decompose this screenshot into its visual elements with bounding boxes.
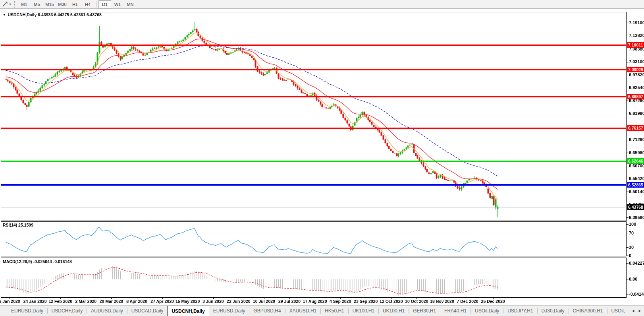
timeframe-button-H1[interactable]: H1 bbox=[69, 0, 81, 8]
chart-window: ▼USDCNH,Daily 6.43933 6.44275 6.42361 6.… bbox=[0, 9, 644, 305]
date-label: 20 Mar 2020 bbox=[100, 299, 123, 304]
rsi-scale-label: 100 bbox=[629, 222, 636, 227]
date-label: 18 Nov 2020 bbox=[430, 299, 454, 304]
tab-HK50-H1[interactable]: HK50,H1 bbox=[321, 306, 348, 316]
date-label: 17 Aug 2020 bbox=[303, 299, 327, 304]
price-tick-label: 6.71260 bbox=[629, 137, 644, 142]
macd-indicator-label: MACD(12,26,9) -0.025044 -0.016148 bbox=[3, 259, 72, 264]
date-label: 30 Oct 2020 bbox=[405, 299, 428, 304]
timeframe-button-M5[interactable]: M5 bbox=[31, 0, 43, 8]
tab-CHINA300-H1[interactable]: CHINA300,H1 bbox=[569, 306, 607, 316]
chevron-down-icon[interactable]: ▼ bbox=[9, 3, 12, 6]
chart-title: ▼USDCNH,Daily 6.43933 6.44275 6.42361 6.… bbox=[3, 12, 102, 17]
timeframe-button-H4[interactable]: H4 bbox=[81, 0, 94, 8]
date-label: 22 Jun 2020 bbox=[227, 299, 251, 304]
chart-title-text: USDCNH,Daily 6.43933 6.44275 6.42361 6.4… bbox=[8, 12, 101, 17]
tab-UK100-H1[interactable]: UK100,H1 bbox=[349, 306, 378, 316]
price-tick-label: 6.39580 bbox=[629, 215, 644, 220]
timeframe-button-D1[interactable]: D1 bbox=[98, 0, 111, 8]
tab-UK100-H1[interactable]: UK100,H1 bbox=[379, 306, 409, 316]
price-tick-label: 6.55420 bbox=[629, 176, 644, 181]
toolbar-separator bbox=[96, 1, 96, 8]
date-label: 24 Jan 2020 bbox=[23, 299, 47, 304]
tab-FRA40-H1[interactable]: FRA40,H1 bbox=[440, 306, 470, 316]
tab-EURUSD-Daily[interactable]: EURUSD,Daily bbox=[7, 306, 47, 316]
date-label: 3 Jun 2020 bbox=[202, 299, 224, 304]
tab-scroll-right-icon[interactable]: ► bbox=[638, 309, 642, 313]
price-level-badge: 6.76157 bbox=[627, 125, 644, 131]
chart-tabs: EURUSD,DailyUSDCHF,DailyAUDUSD,DailyUSDC… bbox=[0, 306, 629, 316]
toolbar-grip[interactable] bbox=[14, 1, 15, 8]
price-level-badge: 6.88897 bbox=[627, 94, 644, 99]
tab-AUDUSD-Daily[interactable]: AUDUSD,Daily bbox=[87, 306, 127, 316]
price-tick-label: 7.13820 bbox=[629, 33, 644, 38]
date-label: 10 Jul 2020 bbox=[253, 299, 275, 304]
current-price-badge: 6.43768 bbox=[627, 204, 644, 210]
price-level-badge: 6.52865 bbox=[627, 182, 644, 188]
timeframe-button-M15[interactable]: M15 bbox=[43, 0, 56, 8]
tab-GER30-H1[interactable]: GER30,H1 bbox=[409, 306, 440, 316]
price-tick-label: 6.65980 bbox=[629, 150, 644, 155]
macd-scale-label: -0.04148 bbox=[629, 292, 644, 297]
tab-USOil-[interactable]: USOil, bbox=[607, 306, 629, 316]
date-label: 15 May 2020 bbox=[175, 299, 200, 304]
price-tick-label: 6.92540 bbox=[629, 85, 644, 90]
tab-USOil-Daily[interactable]: USOil,Daily bbox=[471, 306, 503, 316]
tab-XAUUSD-H1[interactable]: XAUUSD,H1 bbox=[285, 306, 321, 316]
date-label: 12 Oct 2020 bbox=[380, 299, 403, 304]
price-tick-label: 7.03100 bbox=[629, 59, 644, 64]
date-label: 8 Apr 2020 bbox=[126, 299, 147, 304]
tab-USDJPY-H1[interactable]: USDJPY,H1 bbox=[503, 306, 537, 316]
timeframe-button-M1[interactable]: M1 bbox=[18, 0, 31, 8]
rsi-scale-label: 70 bbox=[629, 231, 634, 236]
rsi-indicator-label: RSI(14) 25.1599 bbox=[3, 223, 33, 227]
symbol-dropdown-icon[interactable]: ▼ bbox=[3, 13, 6, 17]
date-label: 25 Dec 2020 bbox=[481, 299, 505, 304]
tab-DJ30-Daily[interactable]: DJ30,Daily bbox=[538, 306, 569, 316]
price-tick-label: 7.19100 bbox=[629, 20, 644, 25]
price-level-badge: 6.62646 bbox=[627, 158, 644, 164]
date-label: 29 Jul 2020 bbox=[278, 299, 301, 304]
rsi-scale-label: 0 bbox=[629, 253, 631, 258]
tab-USDCNH-Daily[interactable]: USDCNH,Daily bbox=[167, 306, 209, 316]
date-label: 4 Sep 2020 bbox=[330, 299, 351, 304]
price-tick-label: 6.81980 bbox=[629, 111, 644, 116]
chart-tab-bar: EURUSD,DailyUSDCHF,DailyAUDUSD,DailyUSDC… bbox=[0, 305, 644, 316]
date-label: 2 Mar 2020 bbox=[75, 299, 96, 304]
timeframe-button-W1[interactable]: W1 bbox=[111, 0, 124, 8]
price-tick-label: 6.50140 bbox=[629, 189, 644, 194]
cursor-crosshair-icon[interactable] bbox=[1, 1, 9, 8]
timeframe-button-MN[interactable]: MN bbox=[124, 0, 137, 8]
price-tick-label: 6.60700 bbox=[629, 163, 644, 169]
date-label: 7 Dec 2020 bbox=[457, 299, 478, 304]
timeframe-button-M30[interactable]: M30 bbox=[56, 0, 69, 8]
date-label: 27 Apr 2020 bbox=[150, 299, 174, 304]
rsi-scale-label: 30 bbox=[629, 245, 634, 250]
tab-GBPUSD-H4[interactable]: GBPUSD,H4 bbox=[249, 306, 285, 316]
price-chart-canvas[interactable] bbox=[0, 9, 644, 305]
tab-USDCAD-Daily[interactable]: USDCAD,Daily bbox=[127, 306, 168, 316]
macd-scale-label: 0.042275 bbox=[629, 261, 644, 266]
date-label: 6 Jan 2020 bbox=[0, 299, 20, 304]
date-label: 23 Sep 2020 bbox=[354, 299, 378, 304]
tab-scroll-left-icon[interactable]: ◄ bbox=[631, 309, 635, 313]
price-tick-label: 6.97820 bbox=[629, 72, 644, 78]
tab-EURUSD-Daily[interactable]: EURUSD,Daily bbox=[209, 306, 249, 316]
timeframe-toolbar: ▼ M1M5M15M30H1H4D1W1MN bbox=[0, 0, 644, 9]
tab-USDCHF-Daily[interactable]: USDCHF,Daily bbox=[48, 306, 87, 316]
macd-scale-label: 0.00 bbox=[629, 277, 637, 282]
date-label: 12 Feb 2020 bbox=[48, 299, 72, 304]
price-level-badge: 7.00029 bbox=[627, 67, 644, 72]
price-level-badge: 7.10011 bbox=[627, 42, 644, 48]
